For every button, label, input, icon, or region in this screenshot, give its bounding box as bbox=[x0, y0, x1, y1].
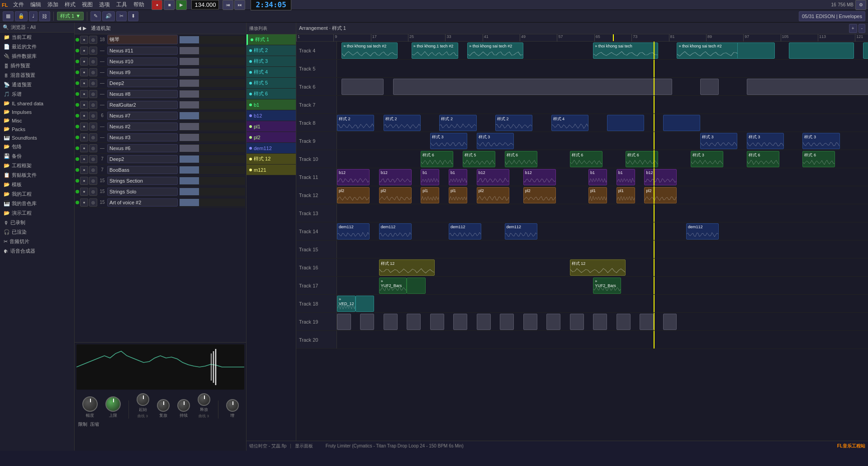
browser-item-impulses[interactable]: 📂 Impulses bbox=[0, 108, 74, 116]
menu-style[interactable]: 样式 bbox=[62, 0, 78, 9]
arr-clip[interactable] bbox=[407, 314, 421, 330]
channel-row[interactable]: ●◎15Art of voice #2 bbox=[75, 197, 246, 208]
ceiling-knob[interactable] bbox=[105, 396, 121, 412]
arr-clip[interactable] bbox=[360, 314, 374, 330]
browser-item-scores[interactable]: 🎵 乐谱 bbox=[0, 89, 74, 99]
channel-pattern-area[interactable] bbox=[180, 101, 246, 109]
browser-item-backup[interactable]: 💾 备份 bbox=[0, 151, 74, 161]
channel-row[interactable]: ●◎6Nexus #7 bbox=[75, 110, 246, 121]
channel-pattern-area[interactable] bbox=[180, 198, 246, 207]
arr-track-content[interactable]: pl2pl2pl1pl1pl2pl2pl1pl1pl2 bbox=[337, 186, 868, 204]
arr-clip[interactable] bbox=[453, 314, 467, 330]
channel-mute-btn[interactable]: ● bbox=[80, 133, 88, 141]
release-knob[interactable] bbox=[157, 399, 170, 412]
grid-btn[interactable]: ▦ bbox=[3, 11, 14, 21]
arr-clip[interactable] bbox=[663, 314, 677, 330]
arr-clip[interactable] bbox=[523, 314, 537, 330]
channel-solo-btn[interactable]: ◎ bbox=[89, 144, 97, 152]
channel-name[interactable]: Nexus #3 bbox=[107, 133, 178, 141]
arr-clip[interactable]: dem112 bbox=[449, 223, 481, 240]
arr-clip[interactable]: pl2 bbox=[644, 187, 677, 203]
release2-knob[interactable] bbox=[198, 393, 210, 406]
menu-file[interactable]: 文件 bbox=[10, 0, 27, 9]
channel-row[interactable]: ●◎15Strings Section bbox=[75, 175, 246, 186]
pattern-item[interactable]: pl2 bbox=[247, 132, 296, 143]
arr-clip[interactable] bbox=[393, 79, 673, 95]
browser-item-myproject[interactable]: 📂 我的工程 bbox=[0, 189, 74, 199]
channel-solo-btn[interactable]: ◎ bbox=[89, 188, 97, 196]
sustain-knob[interactable] bbox=[177, 399, 190, 412]
browser-item-rendered[interactable]: 🎧 已渲染 bbox=[0, 227, 74, 237]
arr-clip[interactable] bbox=[384, 314, 398, 330]
arr-clip[interactable] bbox=[607, 115, 644, 131]
browser-item-recorded[interactable]: 🎙 已录制 bbox=[0, 218, 74, 227]
pattern-item[interactable]: 样式 4 bbox=[247, 67, 296, 78]
channel-solo-btn[interactable]: ◎ bbox=[89, 112, 97, 120]
arr-clip[interactable] bbox=[500, 314, 514, 330]
arr-clip[interactable]: 样式 3 bbox=[700, 133, 737, 149]
channel-pattern-area[interactable] bbox=[180, 133, 246, 141]
arr-clip[interactable]: » YUF2_Bars bbox=[593, 278, 621, 294]
arr-track-content[interactable]: 样式 12样式 12 bbox=[337, 259, 868, 276]
gain-knob[interactable] bbox=[226, 399, 239, 412]
channel-solo-btn[interactable]: ◎ bbox=[89, 79, 97, 87]
arr-clip[interactable] bbox=[863, 42, 868, 59]
attack-knob[interactable] bbox=[137, 393, 149, 406]
arr-clip[interactable]: pl2 bbox=[379, 187, 412, 203]
channel-name[interactable]: Nexus #11 bbox=[107, 47, 178, 55]
arr-track-content[interactable]: » thoi khong sai tech #2» thoi khong.1 t… bbox=[337, 42, 868, 59]
arr-clip[interactable]: 样式 6 bbox=[505, 151, 537, 167]
pattern-item[interactable]: 样式 1 bbox=[247, 34, 296, 45]
settings-btn[interactable]: ⚙ bbox=[855, 0, 866, 10]
browser-item-envelope[interactable]: 📂 包络 bbox=[0, 142, 74, 151]
arr-zoom-in[interactable]: + bbox=[849, 24, 857, 33]
channel-mute-btn[interactable]: ● bbox=[80, 155, 88, 163]
channel-pattern-area[interactable] bbox=[180, 47, 246, 55]
arr-clip[interactable]: b12 bbox=[477, 169, 509, 185]
menu-add[interactable]: 添加 bbox=[45, 0, 61, 9]
arr-track-content[interactable] bbox=[337, 313, 868, 330]
channel-mute-btn[interactable]: ● bbox=[80, 177, 88, 185]
arr-clip[interactable]: pl2 bbox=[523, 187, 556, 203]
channel-row[interactable]: ●◎—Deep2 bbox=[75, 78, 246, 89]
browser-item-shared[interactable]: 📂 IL shared data bbox=[0, 99, 74, 108]
arr-clip[interactable]: 样式 2 bbox=[495, 115, 532, 131]
arr-track-content[interactable]: » VED_12 bbox=[337, 295, 868, 312]
channel-name[interactable]: Strings Section bbox=[107, 177, 178, 185]
channel-solo-btn[interactable]: ◎ bbox=[89, 166, 97, 174]
arr-track-content[interactable]: 样式 6样式 5样式 6样式 6样式 6样式 3样式 6样式 6 bbox=[337, 150, 868, 168]
arr-clip[interactable]: 样式 3 bbox=[747, 133, 784, 149]
channel-row[interactable]: ●◎7Deep2 bbox=[75, 154, 246, 165]
arr-clip[interactable]: pl1 bbox=[617, 187, 635, 203]
arr-clip[interactable]: b1 bbox=[617, 169, 635, 185]
channel-pattern-area[interactable] bbox=[180, 188, 246, 196]
channel-name[interactable]: Nexus #9 bbox=[107, 68, 178, 76]
arr-clip[interactable] bbox=[430, 314, 444, 330]
pattern-item[interactable]: dem112 bbox=[247, 143, 296, 154]
arr-clip[interactable] bbox=[337, 314, 351, 330]
arr-clip[interactable]: 样式 6 bbox=[421, 151, 453, 167]
arr-clip[interactable] bbox=[737, 42, 774, 59]
sample-select[interactable]: 样式 1 ▼ bbox=[57, 12, 84, 20]
menu-edit[interactable]: 编辑 bbox=[28, 0, 44, 9]
browser-item-framework[interactable]: 📂 工程框架 bbox=[0, 161, 74, 170]
arr-track-content[interactable] bbox=[337, 78, 868, 95]
arr-clip[interactable] bbox=[356, 296, 374, 312]
pattern-item[interactable]: pl1 bbox=[247, 121, 296, 132]
track-area[interactable]: Track 4» thoi khong sai tech #2» thoi kh… bbox=[296, 42, 868, 441]
quantize-btn[interactable]: ♩ bbox=[29, 11, 38, 21]
link-btn[interactable]: ⛓ bbox=[39, 11, 50, 21]
arr-clip[interactable]: » thoi khong.1 tech #2 bbox=[412, 42, 458, 59]
arr-clip[interactable]: b12 bbox=[523, 169, 556, 185]
arr-clip[interactable]: pl1 bbox=[449, 187, 467, 203]
arr-clip[interactable] bbox=[342, 79, 384, 95]
channel-row[interactable]: ●◎—Nexus #9 bbox=[75, 67, 246, 78]
channel-solo-btn[interactable]: ◎ bbox=[89, 122, 97, 131]
browser-item-mixer-preset[interactable]: 🎚 混音器预置 bbox=[0, 71, 74, 80]
arr-clip[interactable]: b12 bbox=[337, 169, 370, 185]
arr-clip[interactable]: » thoi khong sai tech #2 bbox=[677, 42, 742, 59]
record-button[interactable]: ● bbox=[152, 0, 162, 10]
arr-clip[interactable]: b12 bbox=[644, 169, 677, 185]
channel-mute-btn[interactable]: ● bbox=[80, 90, 88, 98]
arr-clip[interactable]: 样式 3 bbox=[802, 133, 840, 149]
